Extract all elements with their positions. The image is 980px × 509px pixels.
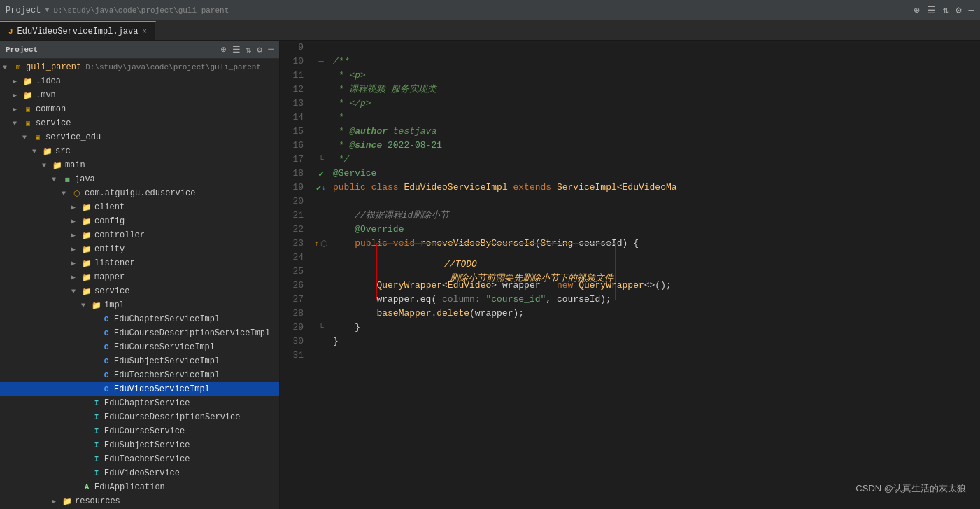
tree-label: controller	[94, 230, 145, 240]
gutter-17: └	[315, 153, 327, 167]
code-token: * 课程视频 服务实现类	[333, 83, 436, 97]
code-line-25: //TODO 删除小节前需要先删除小节下的视频文件	[330, 265, 980, 279]
code-token	[333, 279, 376, 293]
add-icon[interactable]: ⊕	[914, 4, 919, 16]
tree-item-common[interactable]: ▶ ▣ common	[0, 102, 279, 116]
tree-item-mapper[interactable]: ▶ 📁 mapper	[0, 270, 279, 284]
sidebar: Project ⊕ ☰ ⇅ ⚙ ─ ▼ m guli_parent D:\stu…	[0, 41, 280, 509]
line-num: 29	[280, 321, 309, 335]
code-line-22: @Override	[330, 223, 980, 237]
line-num: 25	[280, 265, 309, 279]
code-line-13: * </p>	[330, 97, 980, 111]
line-num: 28	[280, 307, 309, 321]
tree-item-main[interactable]: ▼ 📁 main	[0, 158, 279, 172]
tree-item-edu-course-service-impl[interactable]: C EduCourseServiceImpl	[0, 340, 279, 354]
tree-item-edu-teacher-service-impl[interactable]: C EduTeacherServiceImpl	[0, 368, 279, 382]
code-line-19: public class EduVideoServiceImpl extends…	[330, 181, 980, 195]
line-num: 9	[280, 41, 309, 55]
code-token: .	[431, 307, 436, 321]
code-line-29: }	[330, 321, 980, 335]
tree-item-mvn[interactable]: ▶ 📁 .mvn	[0, 88, 279, 102]
code-token: ServiceImpl<EduVideoMa	[557, 181, 677, 195]
code-line-27: wrapper.eq( column: "course_id" , course…	[330, 293, 980, 307]
tab-close-button[interactable]: ×	[142, 27, 147, 36]
tree-item-package[interactable]: ▼ ⬡ com.atguigu.eduservice	[0, 186, 279, 200]
folder-icon: 📁	[62, 497, 73, 506]
tree-item-edu-subject-service[interactable]: I EduSubjectService	[0, 438, 279, 452]
tree-item-edu-course-desc-service[interactable]: I EduCourseDescriptionService	[0, 410, 279, 424]
tree-item-client[interactable]: ▶ 📁 client	[0, 200, 279, 214]
tree-item-resources[interactable]: ▶ 📁 resources	[0, 494, 279, 508]
tree-item-config[interactable]: ▶ 📁 config	[0, 214, 279, 228]
tree-path: D:\study\java\code\project\guli_parent	[85, 63, 261, 71]
sidebar-header: Project ⊕ ☰ ⇅ ⚙ ─	[0, 41, 279, 59]
list-icon[interactable]: ☰	[927, 4, 936, 16]
project-label: Project	[6, 6, 41, 15]
tree-item-idea[interactable]: ▶ 📁 .idea	[0, 74, 279, 88]
tree-item-edu-video-service[interactable]: I EduVideoService	[0, 466, 279, 480]
line-num: 20	[280, 195, 309, 209]
code-token: QueryWrapper	[376, 279, 442, 293]
tree-item-edu-teacher-service[interactable]: I EduTeacherService	[0, 452, 279, 466]
tree-item-service-edu[interactable]: ▼ ▣ service_edu	[0, 130, 279, 144]
class-icon: C	[101, 343, 112, 351]
settings-icon[interactable]: ⚙	[956, 4, 961, 16]
gutter-31	[315, 349, 327, 363]
tab-bar: J EduVideoServiceImpl.java ×	[0, 21, 980, 41]
folder-icon: 📁	[81, 287, 92, 296]
code-token: }	[333, 321, 360, 335]
sidebar-sort-icon[interactable]: ⇅	[246, 44, 252, 55]
class-icon: C	[101, 329, 112, 337]
class-icon: C	[101, 315, 112, 323]
tree-label: EduVideoService	[104, 468, 180, 478]
title-dropdown-icon[interactable]: ▼	[45, 6, 49, 14]
line-num: 24	[280, 251, 309, 265]
code-token: */	[333, 153, 349, 167]
editor[interactable]: 9 10 11 12 13 14 15 16 17 18 19 20 21 22…	[280, 41, 980, 509]
minimize-icon[interactable]: ─	[969, 5, 974, 16]
tree-item-edu-video-service-impl[interactable]: C EduVideoServiceImpl	[0, 382, 279, 396]
code-token: @author	[349, 125, 388, 139]
tree-item-listener[interactable]: ▶ 📁 listener	[0, 256, 279, 270]
folder-icon: 📁	[42, 147, 53, 156]
tree-item-src[interactable]: ▼ 📁 src	[0, 144, 279, 158]
gutter-15	[315, 125, 327, 139]
editor-gutter: ─ └ ✔ ✔↓ ↑ ⬡	[315, 41, 330, 509]
tree-item-controller[interactable]: ▶ 📁 controller	[0, 228, 279, 242]
sidebar-list-icon[interactable]: ☰	[232, 44, 241, 55]
tree-item-java[interactable]: ▼ ◼ java	[0, 172, 279, 186]
line-num: 23	[280, 237, 309, 251]
tree-item-edu-application[interactable]: A EduApplication	[0, 480, 279, 494]
file-tree: ▼ m guli_parent D:\study\java\code\proje…	[0, 59, 279, 509]
tree-item-impl[interactable]: ▼ 📁 impl	[0, 298, 279, 312]
code-token	[333, 223, 355, 237]
tree-item-service[interactable]: ▼ ▣ service	[0, 116, 279, 130]
tree-item-service-folder[interactable]: ▼ 📁 service	[0, 284, 279, 298]
gutter-16	[315, 139, 327, 153]
tree-item-edu-chapter-service-impl[interactable]: C EduChapterServiceImpl	[0, 312, 279, 326]
tree-label: EduCourseDescriptionService	[104, 412, 240, 422]
code-area[interactable]: /** * <p> * 课程视频 服务实现类 * </p> *	[330, 41, 980, 509]
code-line-17: */	[330, 153, 980, 167]
sidebar-minimize-icon[interactable]: ─	[268, 44, 274, 55]
tree-item-edu-chapter-service[interactable]: I EduChapterService	[0, 396, 279, 410]
line-num: 16	[280, 139, 309, 153]
tree-label: EduCourseService	[104, 426, 185, 436]
tree-item-entity[interactable]: ▶ 📁 entity	[0, 242, 279, 256]
sort-icon[interactable]: ⇅	[943, 4, 949, 16]
sidebar-gear-icon[interactable]: ⚙	[257, 44, 262, 55]
source-root-icon: ◼	[62, 174, 73, 185]
tree-item-guli-parent[interactable]: ▼ m guli_parent D:\study\java\code\proje…	[0, 60, 279, 74]
code-token	[508, 181, 513, 195]
code-line-28: baseMapper . delete (wrapper);	[330, 307, 980, 321]
editor-tab[interactable]: J EduVideoServiceImpl.java ×	[0, 21, 156, 40]
tree-item-edu-course-desc-impl[interactable]: C EduCourseDescriptionServiceImpl	[0, 326, 279, 340]
module-icon: ▣	[22, 105, 34, 113]
code-line-21: //根据课程id删除小节	[330, 209, 980, 223]
sidebar-expand-icon[interactable]: ⊕	[221, 44, 227, 55]
tree-item-edu-subject-service-impl[interactable]: C EduSubjectServiceImpl	[0, 354, 279, 368]
tree-item-edu-course-service[interactable]: I EduCourseService	[0, 424, 279, 438]
code-token: new	[557, 279, 573, 293]
code-token: * </p>	[333, 97, 371, 111]
code-token: * <p>	[333, 69, 366, 83]
